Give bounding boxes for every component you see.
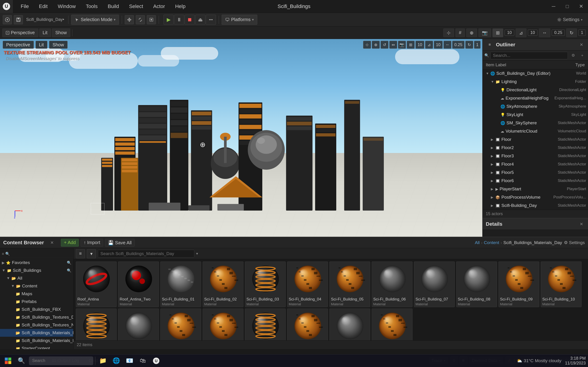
cb-search-input[interactable] <box>98 250 194 258</box>
cb-view-btn[interactable]: ≡ <box>76 249 85 258</box>
material-thumbnail[interactable]: Sci-Fi_Building_04Material <box>287 261 328 307</box>
vp-translate-icon[interactable]: ⊕ <box>372 41 380 49</box>
details-close-button[interactable]: ✕ <box>578 221 585 227</box>
outliner-settings-icon[interactable]: ⚙ <box>569 52 577 59</box>
vp-scale-snap[interactable]: ↔ <box>539 28 550 37</box>
expand-icon[interactable]: ▼ <box>491 80 494 83</box>
outliner-item[interactable]: ▶ 🔲 Floor4 StaticMeshActor <box>483 160 588 168</box>
menu-edit[interactable]: Edit <box>34 2 52 11</box>
material-thumbnail[interactable]: Sci-Fi_Building_14Material <box>203 309 243 340</box>
menu-window[interactable]: Window <box>52 2 81 11</box>
vp-grid2-icon[interactable]: ⊞ <box>407 41 415 49</box>
material-thumbnail[interactable]: Sci-Fi_Building_05Material <box>329 261 370 307</box>
close-button[interactable]: ✕ <box>574 0 588 13</box>
lit-vp-btn[interactable]: Lit <box>36 41 47 49</box>
material-thumbnail[interactable]: Roof_AntinaMaterial <box>76 261 117 307</box>
expand-icon[interactable]: ▶ <box>491 171 494 174</box>
material-thumbnail[interactable]: Sci-Fi_Building_09Material <box>498 261 539 307</box>
vp-angle-btn[interactable]: ⊿ <box>516 28 527 37</box>
cb-tree-all[interactable]: ▼ 📂 All <box>0 274 73 282</box>
tree-filter-icon[interactable]: ≡ <box>2 252 4 256</box>
outliner-item[interactable]: 🌐 SM_SkySphere StaticMeshActor <box>483 119 588 127</box>
cb-tree-favorites[interactable]: ▶ ⭐ Favorites 🔍 <box>0 259 73 267</box>
viewport-camera-handle[interactable]: ⊕ <box>200 141 206 149</box>
pause-button[interactable]: ⏸ <box>174 15 184 25</box>
vp-rotate-icon[interactable]: ↺ <box>380 41 389 49</box>
cb-settings-button[interactable]: ⚙ Settings <box>564 240 585 245</box>
cb-add-button[interactable]: + Add <box>61 239 79 247</box>
vp-cursor-btn[interactable]: ⊹ <box>443 28 454 37</box>
outliner-item[interactable]: ☁ VolumetricCloud VolumetricCloud <box>483 127 588 135</box>
outliner-item[interactable]: ▼ 🌐 Scifi_Buildings_Day (Editor) World <box>483 69 588 77</box>
vp-camera-icon[interactable]: 📷 <box>398 41 406 49</box>
stop-button[interactable]: ⏹ <box>185 15 195 25</box>
outliner-filter-icon[interactable]: ≡ <box>486 41 493 49</box>
material-thumbnail[interactable]: Sci-Fi_Building_11Material <box>76 309 117 340</box>
menu-help[interactable]: Help <box>170 2 190 11</box>
rotate-button[interactable] <box>136 15 145 24</box>
cb-tree-textures-night[interactable]: 📁 Scifi_Buildings_Textures_Night <box>0 321 73 329</box>
taskbar-folder[interactable]: 📁 <box>97 355 109 367</box>
taskbar-search-input[interactable] <box>29 357 93 365</box>
vp-rot2-icon[interactable]: ↻ <box>465 41 473 49</box>
lit-button[interactable]: Lit <box>39 28 51 37</box>
material-thumbnail[interactable]: Sci-Fi_Building_01Material <box>160 261 201 307</box>
material-thumbnail[interactable]: Sci-Fi_Building_06Material <box>372 261 413 307</box>
expand-icon[interactable]: ▶ <box>491 179 494 183</box>
outliner-item[interactable]: ☁ ExponentialHeightFog ExponentialHeig..… <box>483 94 588 102</box>
settings-button[interactable]: Settings ▾ <box>554 17 585 22</box>
cb-tree-materials-night[interactable]: 📁 Scifi_Buildings_Materials_Night <box>0 337 73 344</box>
show-vp-btn[interactable]: Show <box>49 41 68 49</box>
cb-tree-textures-day[interactable]: 📁 Scifi_Buildings_Textures_Day <box>0 313 73 321</box>
vp-camera-btn[interactable]: 📷 <box>478 28 491 37</box>
favorites-search-icon[interactable]: 🔍 <box>67 261 71 265</box>
material-thumbnail[interactable]: Sci-Fi_Building_15Material <box>245 309 286 340</box>
outliner-item[interactable]: ▶ 📦 PostProcessVolume PostProcessVolu... <box>483 193 588 201</box>
path-content[interactable]: Content <box>484 240 499 245</box>
outliner-item[interactable]: 💡 SkyLight SkyLight <box>483 110 588 119</box>
perspective-button[interactable]: Perspective <box>2 28 38 37</box>
outliner-item[interactable]: ▶ 🔲 Floor6 StaticMeshActor <box>483 177 588 185</box>
menu-build[interactable]: Build <box>103 2 124 11</box>
expand-icon[interactable]: ▶ <box>491 187 494 191</box>
outliner-item[interactable]: 💡 DirectionalLight DirectionalLight <box>483 86 588 94</box>
outliner-item[interactable]: ▶ 🔲 Floor StaticMeshActor <box>483 135 588 144</box>
cb-import-button[interactable]: ↑ Import <box>81 239 103 247</box>
selection-mode-button[interactable]: Selection Mode ▾ <box>71 15 119 25</box>
material-thumbnail[interactable]: Sci-Fi_Building_03Material <box>245 261 286 307</box>
outliner-item[interactable]: ▶ 🔲 Scifi-Building_Day StaticMeshActor <box>483 201 588 210</box>
material-thumbnail[interactable]: Sci-Fi_Building_18Material <box>372 309 413 340</box>
menu-select[interactable]: Select <box>124 2 148 11</box>
material-thumbnail[interactable]: Sci-Fi_Building_02Material <box>203 261 243 307</box>
cb-tree-maps[interactable]: 📁 Maps <box>0 290 73 298</box>
material-thumbnail[interactable]: Sci-Fi_Building_17Material <box>329 309 370 340</box>
outliner-item[interactable]: ▶ 🔲 Floor3 StaticMeshActor <box>483 152 588 160</box>
minimize-button[interactable]: ─ <box>547 0 561 13</box>
taskbar-browser[interactable]: 🌐 <box>111 355 122 367</box>
home-button[interactable] <box>3 15 12 24</box>
maximize-button[interactable]: □ <box>561 0 574 13</box>
material-thumbnail[interactable]: Sci-Fi_Building_08Material <box>456 261 497 307</box>
material-thumbnail[interactable]: Sci-Fi_Building_10Material <box>541 261 582 307</box>
expand-icon[interactable]: ▶ <box>491 162 494 166</box>
taskbar-mail[interactable]: 📧 <box>124 355 135 367</box>
cb-search-dropdown[interactable]: ▾ <box>196 251 198 256</box>
taskbar-start[interactable] <box>2 355 14 367</box>
outliner-item[interactable]: ▶ 🔲 Floor5 StaticMeshActor <box>483 168 588 177</box>
vp-snap-btn[interactable]: ⊕ <box>466 28 477 37</box>
more-play-button[interactable]: ••• <box>206 15 216 25</box>
material-thumbnail[interactable]: Roof_Antina_TwoMaterial <box>118 261 159 307</box>
cb-tree-materials-day[interactable]: 📂 Scifi_Buildings_Materials_Day <box>0 329 73 337</box>
show-button[interactable]: Show <box>52 28 70 37</box>
vp-cursor-icon[interactable]: ⊹ <box>363 41 371 49</box>
translate-button[interactable] <box>125 15 134 24</box>
vp-scale-icon[interactable]: ⇔ <box>389 41 397 49</box>
material-thumbnail[interactable]: Sci-Fi_Building_12Material <box>118 309 159 340</box>
outliner-item[interactable]: ▼ 📁 Lighting Folder <box>483 77 588 86</box>
material-thumbnail[interactable]: Sci-Fi_Building_13Material <box>160 309 201 340</box>
cb-tree-scifi[interactable]: ▼ 📁 Scifi_Buildings 🔍 <box>0 267 73 274</box>
expand-icon[interactable]: ▶ <box>491 138 494 141</box>
menu-tools[interactable]: Tools <box>81 2 103 11</box>
scifi-search-icon[interactable]: 🔍 <box>67 268 71 273</box>
taskbar-search-icon[interactable]: 🔍 <box>16 355 27 367</box>
